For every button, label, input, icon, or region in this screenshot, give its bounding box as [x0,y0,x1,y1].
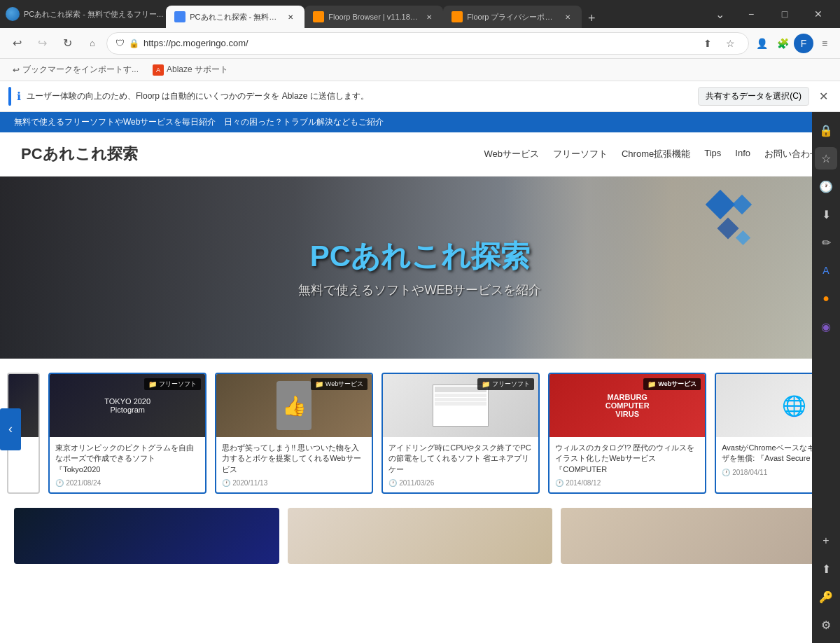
profile-button[interactable]: F [794,34,813,53]
bookmarks-bar: ↩ ブックマークをインポートす... A Ablaze サポート [0,59,840,81]
hero-title-part1: PCあれこれ [310,240,471,272]
article-img-3: 📁 フリーソフト [383,374,538,437]
carousel-inner: TOKYO 2020Pictogram 📁 フリーソフト 東京オリンピックのピク… [7,373,833,494]
tab-2-label: Floorp Browser | v11.18.0 Release... [328,13,419,21]
article-badge-3: 📁 フリーソフト [477,378,534,390]
tab-dropdown-button[interactable]: ⌄ [710,4,729,24]
site-topbar: 無料で使えるフリーソフトやWebサービスを毎日紹介 日々の困った？トラブル解決な… [0,112,840,132]
sidebar-floorp-icon[interactable]: ◉ [815,315,837,338]
folder-icon-2: 📁 [315,380,323,388]
bookmark-url-button[interactable]: ☆ [720,34,740,53]
article-card-1[interactable]: TOKYO 2020Pictogram 📁 フリーソフト 東京オリンピックのピク… [48,373,206,494]
tab-bar: PCあれこれ探索 - 無料で使えるフリー... ✕ Floorp Browser… [166,0,707,28]
article-title-3: アイドリング時にCPUやタスク終了でPCの節電をしてくれるソフト 省エネアプリケ… [388,443,533,475]
hero-title-part2: 探索 [471,240,530,272]
lock-icon: 🔒 [129,39,139,48]
tab-3-label: Floorp プライバシーポリシー / Ablaze... [467,12,558,22]
article-date-4: 🕐 2014/08/12 [555,479,699,487]
article-card-4[interactable]: MARBURGCOMPUTERVIRUS 📁 Webサービス ウィルスのカタログ… [548,373,706,494]
notification-close-button[interactable]: ✕ [815,88,832,105]
site-nav: Webサービス フリーソフト Chrome拡張機能 Tips Info お問い合… [484,148,819,160]
article-img-4: MARBURGCOMPUTERVIRUS 📁 Webサービス [550,374,705,437]
windows-icon [6,7,20,21]
clock-icon-2: 🕐 [222,479,230,487]
maximize-button[interactable]: □ [769,4,801,25]
ablaze-favicon: A [153,64,164,76]
nav-right: 👤 🧩 F ≡ [752,34,834,53]
bottom-thumb-1[interactable] [14,508,279,564]
clock-icon-1: 🕐 [55,479,64,487]
address-bar[interactable]: 🛡 🔒 https://pc.mogeringo.com/ ⬆ ☆ [106,32,749,55]
article-badge-1: 📁 フリーソフト [144,378,201,390]
carousel-section: ‹ TOKYO 2020Pictogram 📁 フリーソフト [0,359,840,508]
sidebar-settings-icon[interactable]: ⚙ [815,614,837,636]
bookmark-ablaze[interactable]: A Ablaze サポート [148,61,232,78]
bookmark-import[interactable]: ↩ ブックマークをインポートす... [8,61,143,78]
sidebar-key-icon[interactable]: 🔑 [815,586,837,608]
folder-icon-4: 📁 [648,380,656,388]
bottom-thumbnails [0,508,840,578]
close-button[interactable]: ✕ [802,4,834,25]
tab-3[interactable]: Floorp プライバシーポリシー / Ablaze... ✕ [443,6,582,28]
nav-contact[interactable]: お問い合わせ [764,148,819,160]
tab-1-favicon [174,11,186,22]
nav-chrome[interactable]: Chrome拡張機能 [622,148,690,160]
title-bar: PCあれこれ探索 - 無料で使えるフリー... PCあれこれ探索 - 無料で使え… [0,0,840,28]
webpage-content: 無料で使えるフリーソフトやWebサービスを毎日紹介 日々の困った？トラブル解決な… [0,112,840,643]
title-bar-text: PCあれこれ探索 - 無料で使えるフリー... [24,9,163,20]
nav-info[interactable]: Info [735,148,750,160]
tab-2-close[interactable]: ✕ [424,11,435,22]
article-card-3[interactable]: 📁 フリーソフト アイドリング時にCPUやタスク終了でPCの節電をしてくれるソフ… [382,373,540,494]
title-bar-left: PCあれこれ探索 - 無料で使えるフリー... [6,7,163,21]
bottom-thumb-3[interactable] [561,508,826,564]
share-url-button[interactable]: ⬆ [698,34,718,53]
bottom-thumb-2[interactable] [288,508,553,564]
nav-freesoft[interactable]: フリーソフト [553,148,608,160]
hero-diamonds [710,194,749,243]
tab-1-label: PCあれこれ探索 - 無料で使えるフリー... [190,12,281,22]
tab-2[interactable]: Floorp Browser | v11.18.0 Release... ✕ [304,6,443,28]
nav-webservice[interactable]: Webサービス [484,148,539,160]
account-button[interactable]: 👤 [752,34,771,53]
sidebar-add-icon[interactable]: + [815,530,837,552]
tab-3-close[interactable]: ✕ [562,11,573,22]
sidebar-amber-icon[interactable]: ● [815,287,837,310]
sidebar-edit-icon[interactable]: ✏ [815,231,837,254]
carousel-left-arrow[interactable]: ‹ [0,408,21,450]
tab-3-favicon [451,11,463,22]
clock-icon-5: 🕐 [722,469,730,476]
back-button[interactable]: ↩ [6,32,28,55]
bookmark-import-label: ブックマークをインポートす... [22,64,139,76]
article-info-4: ウィルスのカタログ!? 歴代のウィルスをイラスト化したWebサービス 『COMP… [550,437,705,492]
refresh-button[interactable]: ↻ [56,32,78,55]
sidebar-share-icon[interactable]: ⬆ [815,558,837,580]
sidebar-translate-icon[interactable]: A [815,259,837,282]
shield-icon: 🛡 [115,38,125,48]
tab-1-close[interactable]: ✕ [285,11,296,22]
article-card-2[interactable]: 👍 📁 Webサービス 思わず笑ってしまう!! 思いついた物を入力するとボケを提… [215,373,373,494]
clock-icon-3: 🕐 [388,479,397,487]
forward-button[interactable]: ↪ [31,32,53,55]
sidebar-history-icon[interactable]: 🕐 [815,175,837,198]
extensions-button[interactable]: 🧩 [773,34,792,53]
tab-2-favicon [313,11,324,22]
article-date-1: 🕐 2021/08/24 [55,479,200,487]
nav-tips[interactable]: Tips [704,148,721,160]
info-icon: ℹ [17,90,21,103]
sidebar-download-icon[interactable]: ⬇ [815,203,837,226]
home-button[interactable]: ⌂ [81,32,104,55]
menu-button[interactable]: ≡ [815,34,834,53]
tab-1[interactable]: PCあれこれ探索 - 無料で使えるフリー... ✕ [166,6,304,28]
browser-window: PCあれこれ探索 - 無料で使えるフリー... PCあれこれ探索 - 無料で使え… [0,0,840,643]
minimize-button[interactable]: − [735,4,767,25]
sidebar-bookmark-icon[interactable]: ☆ [815,147,837,170]
new-tab-button[interactable]: + [582,8,601,28]
hero-notebook-bg [504,177,840,359]
article-date-2: 🕐 2020/11/13 [222,479,366,487]
notification-bar: ℹ ユーザー体験の向上のため、Floorp は自動的にいくつかのデータを Abl… [0,81,840,112]
article-badge-4: 📁 Webサービス [643,378,701,390]
url-text: https://pc.mogeringo.com/ [144,38,694,48]
notification-action-button[interactable]: 共有するデータを選択(C) [698,87,809,106]
clock-icon-4: 🕐 [555,479,564,487]
sidebar-lock-icon[interactable]: 🔒 [815,119,837,141]
